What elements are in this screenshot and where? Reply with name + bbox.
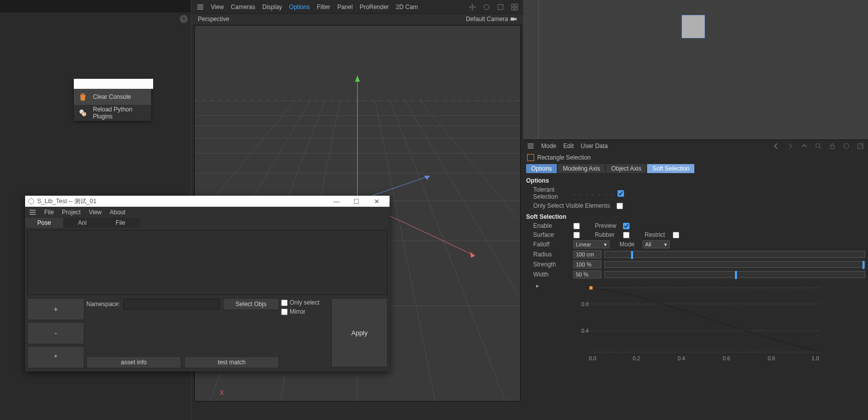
newwin-icon[interactable] [857, 143, 864, 150]
tab-soft-selection[interactable]: Soft Selection [647, 164, 694, 173]
expand-icon[interactable]: ▸ [536, 283, 539, 289]
app-icon [28, 198, 34, 204]
rotate-icon[interactable] [483, 4, 490, 11]
popup-menubar: File Project View About [25, 207, 390, 218]
menu-edit[interactable]: Edit [563, 143, 574, 150]
frame-icon[interactable] [497, 4, 504, 11]
menu-mode[interactable]: Mode [541, 143, 556, 150]
tab-object-axis[interactable]: Object Axis [606, 164, 646, 173]
plus-button[interactable]: + [27, 298, 84, 320]
asset-info-button[interactable]: asset info [86, 356, 181, 368]
section-options: Options [523, 174, 868, 185]
apply-button[interactable]: Apply [331, 298, 388, 367]
tab-options[interactable]: Options [526, 164, 557, 173]
selection-rect[interactable] [682, 15, 705, 38]
slider-radius[interactable] [604, 251, 865, 258]
close-button[interactable]: ✕ [366, 198, 387, 205]
layout-icon[interactable] [511, 4, 518, 11]
input-strength[interactable]: 100 % [573, 260, 601, 268]
menu-project[interactable]: Project [62, 209, 80, 216]
menu-panel[interactable]: Panel [337, 4, 353, 11]
maximize-button[interactable]: ☐ [346, 198, 366, 205]
tab-ani[interactable]: Ani [63, 218, 101, 228]
check-enable[interactable] [573, 223, 580, 229]
search-icon[interactable] [815, 143, 822, 150]
star-button[interactable]: * [27, 346, 84, 368]
camera-label[interactable]: Default Camera [466, 16, 517, 23]
ctx-reload-python[interactable]: Reload Python Plugins [74, 105, 151, 121]
check-preview[interactable] [623, 223, 630, 229]
minus-button[interactable]: - [27, 322, 84, 344]
attr-menubar: Mode Edit User Data [523, 140, 868, 152]
check-tolerant[interactable] [617, 190, 624, 197]
input-radius[interactable]: 100 cm [573, 250, 601, 258]
check-rubber[interactable] [623, 232, 630, 238]
menu-2dcam[interactable]: 2D Cam [396, 4, 418, 11]
namespace-label: Namespace: [86, 301, 120, 308]
test-match-button[interactable]: test match [184, 356, 279, 368]
svg-rect-36 [830, 146, 834, 149]
burger-icon[interactable] [527, 143, 534, 150]
context-search[interactable] [74, 79, 151, 89]
popup-canvas[interactable] [27, 230, 388, 295]
menu-view[interactable]: View [211, 4, 224, 11]
fwd-icon[interactable] [787, 143, 794, 150]
slider-width[interactable] [604, 271, 865, 278]
svg-rect-8 [511, 18, 515, 21]
check-only-visible[interactable] [616, 203, 623, 209]
svg-line-26 [420, 101, 520, 401]
attr-tabs: Options Modeling Axis Object Axis Soft S… [523, 163, 868, 174]
select-mode[interactable]: All▾ [643, 240, 670, 248]
label-falloff: Falloff [533, 241, 570, 248]
menu-options[interactable]: Options [289, 4, 310, 11]
svg-text:0.6: 0.6 [723, 355, 730, 361]
svg-text:0.4: 0.4 [581, 328, 589, 334]
close-icon[interactable]: × [180, 15, 188, 23]
svg-text:X: X [220, 389, 224, 396]
burger-icon[interactable] [29, 209, 36, 216]
only-select-check[interactable]: Only select [281, 299, 329, 306]
tab-modeling-axis[interactable]: Modeling Axis [558, 164, 605, 173]
check-restrict[interactable] [673, 232, 679, 238]
ctx-item-label: Clear Console [93, 93, 131, 100]
pin-icon[interactable] [843, 143, 850, 150]
menu-view[interactable]: View [89, 209, 102, 216]
lock-icon[interactable] [829, 143, 836, 150]
move-icon[interactable] [469, 4, 476, 11]
tab-file[interactable]: File [101, 218, 140, 228]
menu-file[interactable]: File [44, 209, 54, 216]
label-rubber: Rubber [595, 231, 620, 238]
tab-pose[interactable]: Pose [25, 218, 63, 228]
minimize-button[interactable]: — [326, 198, 346, 205]
input-width[interactable]: 50 % [573, 270, 601, 278]
ctx-item-label: Reload Python Plugins [93, 106, 147, 120]
svg-marker-33 [355, 76, 360, 82]
back-icon[interactable] [773, 143, 780, 150]
mirror-check[interactable]: Mirror [281, 308, 329, 315]
select-falloff[interactable]: Linear▾ [573, 240, 609, 248]
preview-panel[interactable] [523, 0, 868, 139]
check-surface[interactable] [573, 232, 580, 238]
popup-titlebar[interactable]: S_Lib_Test -- 测试_01 — ☐ ✕ [25, 196, 390, 207]
slider-strength[interactable] [604, 261, 865, 268]
tool-title-text: Rectangle Selection [537, 154, 591, 161]
menu-filter[interactable]: Filter [317, 4, 330, 11]
context-search-input[interactable] [74, 79, 153, 89]
ctx-clear-console[interactable]: Clear Console [74, 89, 151, 105]
label-enable: Enable [533, 222, 570, 229]
menu-about[interactable]: About [110, 209, 126, 216]
attribute-panel: Mode Edit User Data Rectangle Selection … [523, 139, 868, 420]
falloff-curve[interactable]: ▸ 0.8 0.4 0.0 0.2 0.4 0.6 0.8 1.0 [533, 283, 863, 363]
up-icon[interactable] [801, 143, 808, 150]
menu-prorender[interactable]: ProRender [360, 4, 389, 11]
rect-select-icon [527, 154, 534, 161]
svg-text:1.0: 1.0 [812, 355, 819, 361]
svg-point-2 [484, 5, 489, 10]
menu-cameras[interactable]: Cameras [231, 4, 256, 11]
reload-icon [78, 108, 88, 118]
menu-userdata[interactable]: User Data [581, 143, 608, 150]
namespace-input[interactable] [123, 299, 220, 310]
menu-display[interactable]: Display [262, 4, 282, 11]
burger-icon[interactable] [197, 4, 204, 11]
select-objs-button[interactable]: Select Objs [223, 298, 279, 310]
